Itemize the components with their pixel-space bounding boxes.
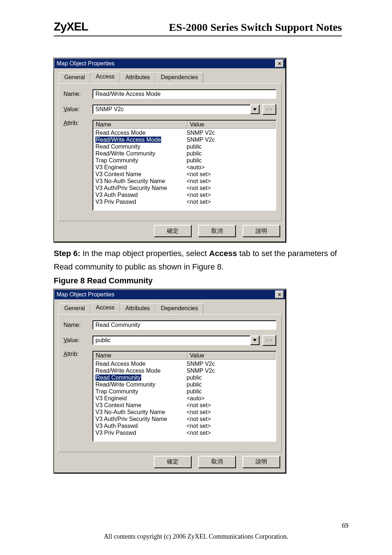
list-item[interactable]: V3 No-Auth Security Name<not set>	[93, 409, 275, 416]
list-header: Name Value	[93, 121, 275, 129]
list-item[interactable]: V3 No-Auth Security Name<not set>	[93, 178, 275, 185]
logo: ZyXEL	[54, 20, 88, 33]
ok-button[interactable]: 確定	[154, 456, 192, 468]
list-item[interactable]: V3 Engineid<auto>	[93, 164, 275, 171]
chevron-down-icon[interactable]	[250, 336, 260, 345]
cell-value: <not set>	[184, 191, 275, 198]
field-name[interactable]: Read Community	[93, 320, 276, 330]
cell-name: V3 Auth/Priv Security Name	[93, 416, 184, 422]
col-header-name[interactable]: Name	[93, 121, 187, 129]
list-item[interactable]: Read Communitypublic	[93, 143, 275, 150]
list-item[interactable]: Read/Write Access ModeSNMP V2c	[93, 367, 275, 374]
list-item[interactable]: V3 Auth/Priv Security Name<not set>	[93, 416, 275, 422]
cell-name: Read Access Mode	[93, 129, 184, 136]
list-body-2: Read Access ModeSNMP V2cRead/Write Acces…	[93, 360, 275, 437]
list-item[interactable]: Read/Write Communitypublic	[93, 381, 275, 388]
tab-access[interactable]: Access	[90, 72, 120, 83]
cell-name: V3 Context Name	[93, 402, 184, 409]
list-item[interactable]: Read Communitypublic	[93, 374, 275, 381]
tabs: General Access Attributes Dependencies	[54, 299, 285, 314]
help-button[interactable]: 說明	[242, 456, 280, 468]
dialog-map-object-properties-1: Map Object Properties × General Access A…	[54, 58, 286, 242]
chevron-down-icon[interactable]	[250, 105, 260, 114]
label-name: Name:	[64, 322, 93, 328]
cell-name: Trap Community	[93, 388, 184, 395]
ok-button[interactable]: 確定	[154, 225, 192, 237]
label-name: Name:	[64, 91, 93, 97]
combo-value[interactable]: public	[93, 336, 260, 345]
dialog-title: Map Object Properties	[57, 60, 114, 67]
cell-value: public	[184, 381, 275, 388]
list-item[interactable]: Trap Communitypublic	[93, 157, 275, 164]
col-header-value[interactable]: Value	[187, 121, 275, 129]
cell-name: V3 Engineid	[93, 395, 184, 402]
list-item[interactable]: Trap Communitypublic	[93, 388, 275, 395]
cell-name: Read Access Mode	[93, 360, 184, 367]
cell-value: SNMP V2c	[184, 367, 275, 374]
cell-value: SNMP V2c	[184, 129, 275, 136]
cell-name: V3 Priv Passwd	[93, 198, 184, 205]
combo-value[interactable]: SNMP V2c	[93, 105, 260, 114]
cell-name: Read/Write Access Mode	[93, 367, 184, 374]
cell-name: V3 Context Name	[93, 171, 184, 178]
tab-dependencies[interactable]: Dependencies	[155, 72, 203, 84]
field-value[interactable]: public	[93, 336, 251, 345]
step-6-text: Step 6: In the map object properties, se…	[54, 247, 342, 274]
tab-general[interactable]: General	[59, 72, 90, 84]
cell-name: V3 Auth/Priv Security Name	[93, 185, 184, 191]
dialog-title: Map Object Properties	[57, 291, 114, 298]
tab-general[interactable]: General	[59, 303, 90, 315]
list-item[interactable]: V3 Context Name<not set>	[93, 171, 275, 178]
cell-value: <not set>	[184, 402, 275, 409]
list-item[interactable]: Read/Write Communitypublic	[93, 150, 275, 157]
cell-name: Read Community	[93, 143, 184, 150]
cell-value: <not set>	[184, 171, 275, 178]
field-name[interactable]: Read/Write Access Mode	[93, 89, 276, 99]
cell-name: Trap Community	[93, 157, 184, 164]
figure-8-caption: Figure 8 Read Community	[54, 276, 342, 285]
list-item[interactable]: Read/Write Access ModeSNMP V2c	[93, 136, 275, 143]
list-item[interactable]: V3 Priv Passwd<not set>	[93, 198, 275, 205]
list-item[interactable]: V3 Auth Passwd<not set>	[93, 422, 275, 429]
field-value[interactable]: SNMP V2c	[93, 105, 251, 114]
list-item[interactable]: V3 Auth/Priv Security Name<not set>	[93, 185, 275, 191]
dialog-map-object-properties-2: Map Object Properties × General Access A…	[54, 289, 286, 473]
help-button[interactable]: 說明	[242, 225, 280, 237]
tab-attributes[interactable]: Attributes	[120, 72, 156, 84]
list-item[interactable]: Read Access ModeSNMP V2c	[93, 129, 275, 136]
cell-name: Read/Write Access Mode	[93, 136, 184, 143]
tab-panel-access: Name: Read Community Value: public >> At…	[58, 314, 282, 452]
cell-value: public	[184, 157, 275, 164]
tab-dependencies[interactable]: Dependencies	[155, 303, 203, 315]
tab-access[interactable]: Access	[90, 303, 120, 314]
list-item[interactable]: V3 Engineid<auto>	[93, 395, 275, 402]
cell-name: Read/Write Community	[93, 150, 184, 157]
label-attrib: Attrib:	[64, 351, 93, 357]
cell-value: <not set>	[184, 422, 275, 429]
list-item[interactable]: Read Access ModeSNMP V2c	[93, 360, 275, 367]
cell-value: <not set>	[184, 409, 275, 416]
titlebar: Map Object Properties ×	[54, 290, 285, 299]
cancel-button[interactable]: 取消	[198, 456, 236, 468]
list-item[interactable]: V3 Priv Passwd<not set>	[93, 429, 275, 436]
expand-button[interactable]: >>	[262, 104, 276, 115]
cell-name: Read/Write Community	[93, 381, 184, 388]
list-item[interactable]: V3 Auth Passwd<not set>	[93, 191, 275, 198]
cell-name: V3 Engineid	[93, 164, 184, 171]
tab-attributes[interactable]: Attributes	[120, 303, 156, 315]
cell-name: V3 No-Auth Security Name	[93, 409, 184, 416]
attrib-listbox[interactable]: Name Value Read Access ModeSNMP V2cRead/…	[93, 120, 276, 211]
tab-panel-access: Name: Read/Write Access Mode Value: SNMP…	[58, 83, 282, 221]
col-header-value[interactable]: Value	[187, 352, 275, 360]
list-item[interactable]: V3 Context Name<not set>	[93, 402, 275, 409]
cell-value: <not set>	[184, 185, 275, 191]
col-header-name[interactable]: Name	[93, 352, 187, 360]
cell-value: <not set>	[184, 178, 275, 185]
cancel-button[interactable]: 取消	[198, 225, 236, 237]
close-icon[interactable]: ×	[275, 291, 284, 299]
expand-button[interactable]: >>	[262, 335, 276, 346]
list-header: Name Value	[93, 352, 275, 360]
cell-value: <auto>	[184, 395, 275, 402]
close-icon[interactable]: ×	[275, 60, 284, 68]
attrib-listbox[interactable]: Name Value Read Access ModeSNMP V2cRead/…	[93, 351, 276, 442]
